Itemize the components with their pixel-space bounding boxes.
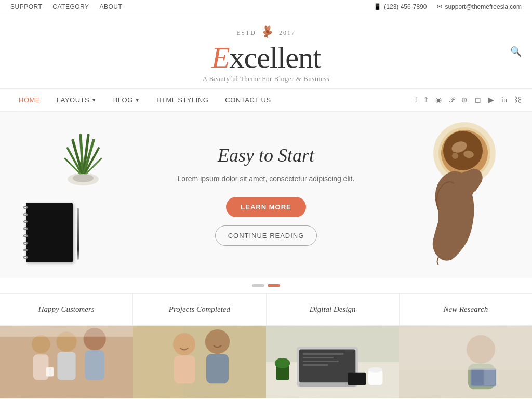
stats-section: Happy Customers Projects Completed Digit…: [0, 293, 532, 326]
top-bar-nav: SUPPORT CATEGORY ABOUT: [10, 3, 122, 10]
slide-dot-2[interactable]: [268, 284, 280, 287]
reddit-icon[interactable]: ⊕: [461, 96, 468, 104]
phone-icon: 📱: [374, 3, 381, 10]
top-bar-contact: 📱 (123) 456-7890 ✉ support@themefreesia.…: [374, 3, 522, 10]
hero-plant-decoration: [42, 122, 125, 205]
gallery-item-4: [399, 326, 532, 398]
svg-rect-49: [303, 361, 339, 362]
support-link[interactable]: SUPPORT: [10, 3, 42, 10]
logo-tagline: A Beautyful Theme For Bloger & Business: [5, 75, 527, 83]
hero-notebook-decoration: [26, 203, 79, 262]
logo-area: ESTD 2017 Excellent A Beautyful Theme Fo…: [0, 14, 532, 88]
linkedin-icon[interactable]: in: [501, 96, 507, 104]
nav-links: HOME LAYOUTS ▼ BLOG ▼ HTML STYLING CONTA…: [10, 89, 280, 111]
estd-text: ESTD: [236, 29, 256, 37]
svg-point-25: [452, 153, 458, 159]
svg-rect-33: [85, 350, 104, 380]
logo-first-letter: E: [211, 41, 229, 74]
logo-name[interactable]: Excellent: [5, 43, 527, 73]
estd-year: 2017: [279, 29, 296, 37]
pinterest-icon[interactable]: 𝒫: [449, 96, 454, 104]
slider-dots: [0, 278, 532, 293]
svg-rect-63: [484, 369, 495, 385]
svg-rect-58: [399, 370, 532, 398]
svg-point-28: [32, 335, 50, 353]
nav-social: f 𝕥 ◉ 𝒫 ⊕ ◻ ▶ in ⛓: [415, 96, 522, 104]
gallery-item-3: [266, 326, 399, 398]
logo-estd: ESTD 2017: [5, 24, 527, 42]
svg-rect-47: [303, 353, 344, 355]
svg-rect-40: [174, 355, 195, 383]
stat-happy-customers: Happy Customers: [0, 294, 133, 325]
gallery-item-2: [133, 326, 266, 398]
spotify-icon[interactable]: ◉: [435, 96, 442, 104]
svg-rect-48: [303, 357, 334, 358]
svg-rect-42: [206, 354, 229, 383]
gallery-item-1: [0, 326, 133, 398]
svg-point-4: [266, 30, 269, 33]
top-bar: SUPPORT CATEGORY ABOUT 📱 (123) 456-7890 …: [0, 0, 532, 14]
hero-coffee-decoration: [407, 117, 501, 270]
logo-flower-icon: [260, 24, 275, 42]
chevron-down-icon: ▼: [135, 98, 140, 103]
learn-more-button[interactable]: LEARN MORE: [226, 197, 305, 217]
facebook-icon[interactable]: f: [415, 96, 417, 104]
svg-point-41: [205, 329, 230, 354]
svg-rect-35: [46, 367, 54, 377]
email-icon: ✉: [437, 3, 442, 10]
email-address: support@themefreesia.com: [445, 3, 522, 10]
nav-contact-us[interactable]: CONTACT US: [217, 89, 279, 111]
svg-point-55: [368, 367, 383, 373]
category-link[interactable]: CATEGORY: [52, 3, 89, 10]
continue-reading-button[interactable]: CONTINUE READING: [215, 225, 317, 246]
email-info: ✉ support@themefreesia.com: [437, 3, 522, 10]
stat-projects-completed: Projects Completed: [133, 294, 266, 325]
chain-icon[interactable]: ⛓: [514, 96, 522, 104]
hero-description: Lorem ipsum dolor sit amet, consectetur …: [172, 174, 360, 184]
logo-rest: xcellent: [229, 41, 321, 74]
nav-layouts[interactable]: LAYOUTS ▼: [48, 89, 105, 111]
svg-rect-56: [348, 373, 366, 385]
nav-html-styling[interactable]: HTML STYLING: [148, 89, 217, 111]
phone-number: (123) 456-7890: [384, 3, 427, 10]
stat-digital-design: Digital Design: [267, 294, 400, 325]
instagram-icon[interactable]: ◻: [475, 96, 481, 104]
phone-info: 📱 (123) 456-7890: [374, 3, 427, 10]
stat-new-research: New Research: [400, 294, 532, 325]
svg-rect-29: [33, 354, 49, 380]
hero-section: Easy to Start Lorem ipsum dolor sit amet…: [0, 112, 532, 278]
svg-rect-34: [0, 326, 133, 337]
hero-content: Easy to Start Lorem ipsum dolor sit amet…: [162, 124, 370, 267]
svg-point-18: [73, 174, 94, 182]
about-link[interactable]: ABOUT: [100, 3, 123, 10]
nav-home[interactable]: HOME: [10, 89, 48, 111]
svg-rect-31: [57, 352, 75, 380]
hero-buttons: LEARN MORE CONTINUE READING: [172, 197, 360, 246]
nav-blog[interactable]: BLOG ▼: [105, 89, 149, 111]
hero-title: Easy to Start: [172, 144, 360, 166]
youtube-icon[interactable]: ▶: [488, 96, 494, 104]
slide-dot-1[interactable]: [252, 284, 264, 287]
main-navigation: HOME LAYOUTS ▼ BLOG ▼ HTML STYLING CONTA…: [0, 88, 532, 112]
svg-rect-64: [399, 326, 532, 370]
twitter-icon[interactable]: 𝕥: [424, 96, 428, 104]
svg-rect-62: [472, 369, 484, 385]
chevron-down-icon: ▼: [91, 98, 96, 103]
svg-point-39: [173, 333, 195, 355]
search-icon[interactable]: 🔍: [510, 46, 522, 57]
gallery-section: [0, 326, 532, 398]
svg-rect-51: [299, 382, 355, 387]
svg-point-53: [275, 358, 290, 368]
svg-rect-50: [303, 364, 328, 366]
